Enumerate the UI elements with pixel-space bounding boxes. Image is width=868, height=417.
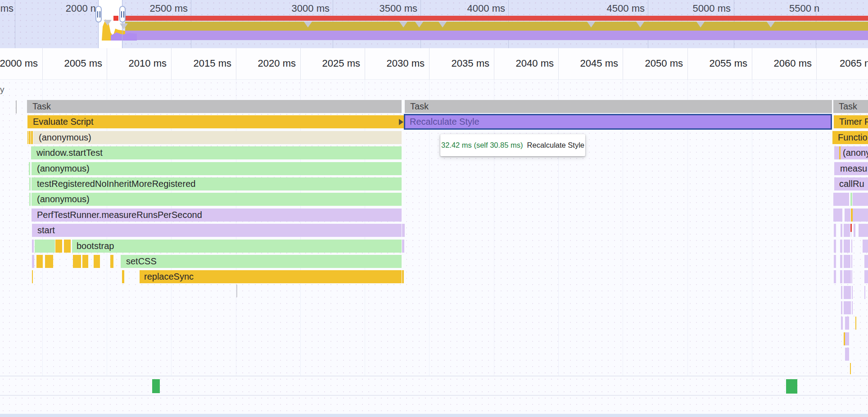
flame-bar[interactable] [853, 193, 868, 206]
ruler-tick-label: 2035 ms [452, 58, 489, 69]
flame-bar[interactable] [32, 240, 34, 253]
flame-bar[interactable] [94, 255, 100, 268]
flame-bar[interactable]: (anonymous) [32, 162, 402, 175]
left-window-handle[interactable] [95, 6, 102, 23]
flame-bar-label: PerfTestRunner.measureRunsPerSecond [32, 210, 202, 220]
collapsed-children-arrow-icon[interactable] [399, 119, 403, 125]
flame-bar[interactable] [844, 270, 851, 283]
event-tooltip: 32.42 ms (self 30.85 ms) Recalculate Sty… [440, 134, 585, 156]
flame-bar[interactable] [110, 255, 113, 268]
flame-bar[interactable] [855, 317, 857, 330]
flame-bar[interactable] [853, 208, 868, 222]
flame-bar[interactable] [122, 270, 124, 283]
flame-bar[interactable]: start [32, 224, 402, 237]
flame-bar[interactable] [841, 317, 843, 330]
flame-bar[interactable] [32, 255, 34, 268]
flame-bar[interactable]: testRegisteredNoInheritMoreRegistered [32, 177, 402, 190]
flame-bar[interactable] [841, 286, 842, 299]
flame-bar[interactable] [844, 240, 850, 253]
flame-bar[interactable]: Timer F [834, 115, 868, 128]
flame-bar[interactable] [840, 270, 842, 283]
detail-time-ruler[interactable]: 2000 ms2005 ms2010 ms2015 ms2020 ms2025 … [0, 48, 868, 80]
flame-bar[interactable] [29, 162, 30, 175]
flame-bar[interactable] [864, 270, 868, 283]
flame-bar[interactable] [82, 255, 88, 268]
flame-bar[interactable] [64, 240, 71, 253]
flame-bar[interactable] [841, 301, 842, 314]
track-separator [0, 395, 868, 396]
flame-bar[interactable]: PerfTestRunner.measureRunsPerSecond [32, 208, 402, 222]
flame-bar[interactable] [402, 240, 404, 253]
flame-bar[interactable] [840, 255, 842, 268]
flame-bar[interactable] [32, 131, 33, 144]
flame-bar-label: Functio [832, 132, 868, 142]
flame-bar[interactable] [851, 232, 852, 237]
flame-bar[interactable] [845, 208, 850, 222]
task-group-header[interactable]: Task [405, 100, 832, 113]
flame-bar[interactable] [854, 224, 855, 237]
flame-bar[interactable] [402, 224, 405, 237]
flame-bar[interactable] [851, 208, 853, 222]
flame-bar[interactable] [29, 193, 31, 206]
flame-bar[interactable] [36, 255, 43, 268]
flame-bar[interactable] [851, 270, 852, 283]
flame-bar[interactable]: (anonymous) [32, 193, 402, 206]
flame-bar[interactable]: setCSS [121, 255, 402, 268]
timeline-overview[interactable]: 0 ms2000 n2500 ms3000 ms3500 ms4000 ms45… [0, 0, 868, 48]
flame-bar[interactable] [833, 193, 849, 206]
flame-bar[interactable]: replaceSync [140, 270, 402, 283]
flame-bar[interactable]: callRu [834, 177, 868, 190]
flame-bar[interactable] [834, 224, 836, 237]
flame-bar[interactable] [73, 255, 81, 268]
right-window-handle[interactable] [119, 6, 126, 23]
flame-chart[interactable]: TaskTaskTaskEvaluate Script(anonymous)wi… [0, 80, 868, 417]
flame-bar[interactable] [834, 255, 836, 268]
gc-event-block[interactable] [786, 379, 797, 394]
flame-bar[interactable] [850, 224, 852, 232]
flame-bar[interactable] [864, 255, 868, 268]
flame-bar[interactable] [833, 208, 842, 222]
flame-bar[interactable] [844, 255, 850, 268]
flame-bar[interactable] [852, 301, 853, 314]
flame-bar[interactable] [845, 332, 849, 345]
flame-bar[interactable] [851, 240, 852, 253]
flame-bar[interactable] [859, 224, 868, 237]
flame-bar[interactable] [844, 301, 851, 314]
flame-bar[interactable] [35, 240, 55, 253]
flame-bar[interactable]: (anonymous) [33, 131, 402, 144]
flame-bar[interactable] [45, 255, 53, 268]
flame-bar[interactable] [850, 193, 852, 206]
flame-bar[interactable]: window.startTest [31, 146, 402, 159]
gc-event-block[interactable] [152, 379, 160, 393]
flame-bar[interactable] [864, 286, 865, 299]
task-group-header[interactable]: Task [833, 100, 868, 113]
flame-bar[interactable] [850, 363, 851, 374]
flame-bar[interactable] [32, 270, 33, 283]
flame-bar[interactable]: measu [834, 162, 868, 175]
flame-bar[interactable] [834, 270, 836, 283]
flame-bar[interactable] [839, 146, 841, 159]
flame-bar[interactable] [845, 348, 849, 361]
task-group-header[interactable]: Task [27, 100, 402, 113]
overview-long-task-bar [125, 16, 868, 21]
flame-bar[interactable] [845, 317, 849, 330]
task-group-header-label: Task [27, 101, 51, 111]
flame-bar[interactable] [29, 177, 31, 190]
ruler-tick-label: 2060 ms [774, 58, 812, 69]
cpu-dip-notch-icon [120, 23, 128, 29]
flame-bar[interactable] [834, 240, 836, 253]
flame-bar[interactable] [840, 240, 842, 253]
flame-bar[interactable] [402, 270, 404, 283]
flame-bar[interactable] [844, 286, 851, 299]
flame-bar[interactable]: bootstrap [72, 240, 402, 253]
flame-bar[interactable] [844, 224, 850, 237]
flame-bar[interactable] [841, 224, 842, 237]
flame-bar[interactable] [863, 240, 868, 253]
flame-bar[interactable]: Evaluate Script [27, 115, 405, 128]
flame-bar-label: replaceSync [144, 270, 194, 283]
selected-event-recalculate-style[interactable]: Recalculate Style [404, 114, 832, 130]
flame-bar[interactable] [852, 286, 853, 299]
flame-bar[interactable]: Functio [832, 131, 868, 144]
flame-bar[interactable] [851, 255, 852, 268]
flame-bar[interactable] [55, 240, 62, 253]
